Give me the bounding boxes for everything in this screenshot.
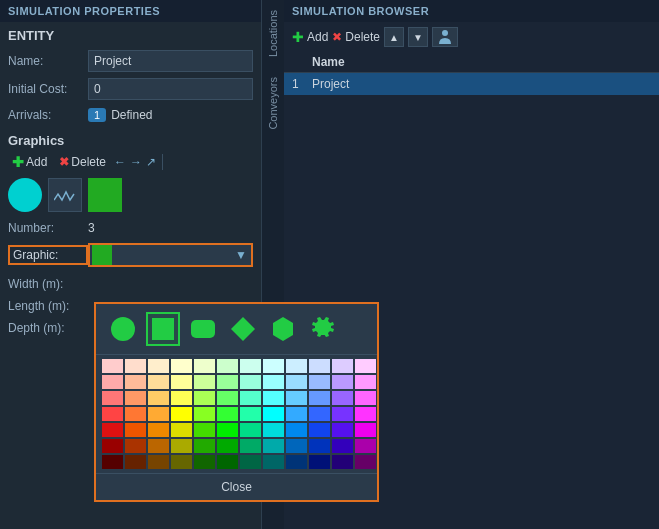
- color-cell[interactable]: [102, 455, 123, 469]
- color-cell[interactable]: [263, 423, 284, 437]
- color-cell[interactable]: [355, 439, 376, 453]
- browser-delete-button[interactable]: ✖ Delete: [332, 30, 380, 44]
- color-picker-close-button[interactable]: Close: [96, 473, 377, 500]
- color-cell[interactable]: [332, 439, 353, 453]
- color-cell[interactable]: [332, 423, 353, 437]
- color-cell[interactable]: [240, 455, 261, 469]
- arrow-share-icon[interactable]: ↗: [146, 155, 156, 169]
- color-cell[interactable]: [309, 439, 330, 453]
- graphic-circle-item[interactable]: [8, 178, 42, 212]
- color-cell[interactable]: [217, 455, 238, 469]
- color-cell[interactable]: [148, 375, 169, 389]
- color-cell[interactable]: [217, 391, 238, 405]
- color-cell[interactable]: [240, 391, 261, 405]
- color-cell[interactable]: [194, 423, 215, 437]
- color-cell[interactable]: [125, 407, 146, 421]
- graphics-add-button[interactable]: ✚ Add: [8, 152, 51, 172]
- color-cell[interactable]: [240, 407, 261, 421]
- color-cell[interactable]: [309, 423, 330, 437]
- color-cell[interactable]: [102, 407, 123, 421]
- browser-add-button[interactable]: ✚ Add: [292, 29, 328, 45]
- color-cell[interactable]: [194, 391, 215, 405]
- color-cell[interactable]: [240, 359, 261, 373]
- cost-input[interactable]: [88, 78, 253, 100]
- graphic-dropdown[interactable]: ▼: [88, 243, 253, 267]
- color-cell[interactable]: [217, 439, 238, 453]
- color-cell[interactable]: [263, 391, 284, 405]
- color-cell[interactable]: [286, 391, 307, 405]
- move-down-button[interactable]: ▼: [408, 27, 428, 47]
- color-cell[interactable]: [263, 455, 284, 469]
- shape-hexagon-button[interactable]: [266, 312, 300, 346]
- color-cell[interactable]: [148, 407, 169, 421]
- color-cell[interactable]: [217, 359, 238, 373]
- color-cell[interactable]: [148, 455, 169, 469]
- color-cell[interactable]: [148, 423, 169, 437]
- color-cell[interactable]: [286, 439, 307, 453]
- graphic-green-rect-item[interactable]: [88, 178, 122, 212]
- color-cell[interactable]: [171, 391, 192, 405]
- tab-conveyors[interactable]: Conveyors: [264, 67, 282, 140]
- color-cell[interactable]: [125, 439, 146, 453]
- color-cell[interactable]: [171, 439, 192, 453]
- color-cell[interactable]: [171, 375, 192, 389]
- tab-locations[interactable]: Locations: [264, 0, 282, 67]
- color-cell[interactable]: [309, 407, 330, 421]
- color-cell[interactable]: [194, 407, 215, 421]
- color-cell[interactable]: [125, 391, 146, 405]
- color-cell[interactable]: [332, 375, 353, 389]
- move-up-button[interactable]: ▲: [384, 27, 404, 47]
- color-cell[interactable]: [332, 455, 353, 469]
- color-cell[interactable]: [286, 359, 307, 373]
- color-cell[interactable]: [263, 407, 284, 421]
- color-cell[interactable]: [240, 439, 261, 453]
- color-cell[interactable]: [125, 423, 146, 437]
- color-cell[interactable]: [102, 359, 123, 373]
- color-cell[interactable]: [102, 391, 123, 405]
- arrow-left-icon[interactable]: ←: [114, 155, 126, 169]
- shape-square-button[interactable]: [146, 312, 180, 346]
- color-cell[interactable]: [102, 439, 123, 453]
- color-cell[interactable]: [125, 359, 146, 373]
- browser-row[interactable]: 1 Project: [284, 73, 659, 95]
- color-cell[interactable]: [309, 375, 330, 389]
- color-cell[interactable]: [148, 439, 169, 453]
- color-cell[interactable]: [194, 439, 215, 453]
- color-cell[interactable]: [355, 423, 376, 437]
- color-cell[interactable]: [217, 423, 238, 437]
- color-cell[interactable]: [217, 407, 238, 421]
- shape-diamond-button[interactable]: [226, 312, 260, 346]
- color-cell[interactable]: [194, 455, 215, 469]
- color-cell[interactable]: [309, 359, 330, 373]
- color-cell[interactable]: [217, 375, 238, 389]
- color-cell[interactable]: [309, 391, 330, 405]
- color-cell[interactable]: [332, 407, 353, 421]
- person-icon-button[interactable]: [432, 27, 458, 47]
- color-cell[interactable]: [286, 407, 307, 421]
- color-cell[interactable]: [263, 359, 284, 373]
- color-cell[interactable]: [171, 359, 192, 373]
- color-cell[interactable]: [125, 375, 146, 389]
- color-cell[interactable]: [194, 359, 215, 373]
- shape-gear-button[interactable]: [306, 312, 340, 346]
- arrow-right-icon[interactable]: →: [130, 155, 142, 169]
- color-cell[interactable]: [355, 455, 376, 469]
- color-cell[interactable]: [286, 423, 307, 437]
- color-cell[interactable]: [355, 359, 376, 373]
- color-cell[interactable]: [102, 375, 123, 389]
- name-input[interactable]: [88, 50, 253, 72]
- color-cell[interactable]: [355, 375, 376, 389]
- color-cell[interactable]: [286, 375, 307, 389]
- color-cell[interactable]: [332, 391, 353, 405]
- color-cell[interactable]: [148, 391, 169, 405]
- color-cell[interactable]: [148, 359, 169, 373]
- color-cell[interactable]: [240, 423, 261, 437]
- color-cell[interactable]: [125, 455, 146, 469]
- color-cell[interactable]: [102, 423, 123, 437]
- color-cell[interactable]: [171, 455, 192, 469]
- color-cell[interactable]: [332, 359, 353, 373]
- color-cell[interactable]: [240, 375, 261, 389]
- color-cell[interactable]: [309, 455, 330, 469]
- color-cell[interactable]: [263, 375, 284, 389]
- shape-rounded-rect-button[interactable]: [186, 312, 220, 346]
